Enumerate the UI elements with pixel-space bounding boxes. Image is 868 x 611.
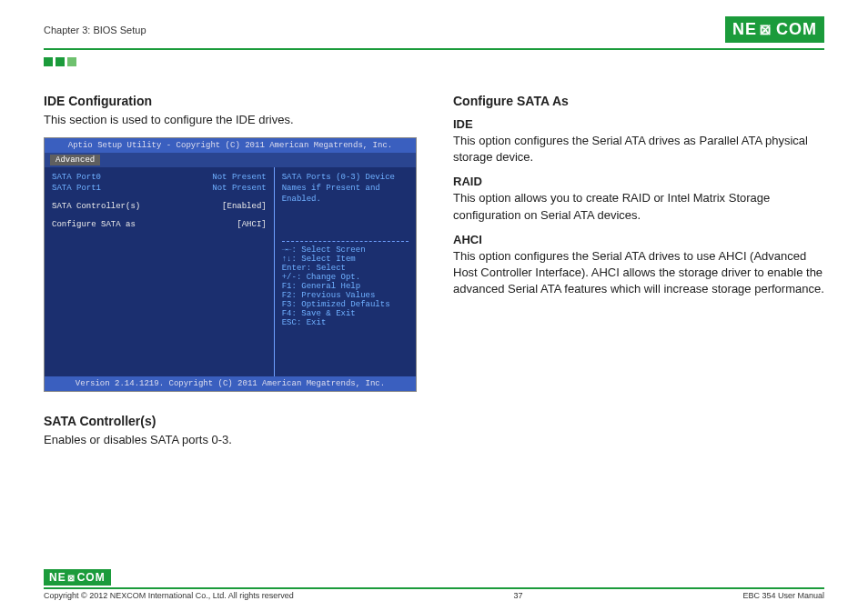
sata-controllers-heading: SATA Controller(s): [44, 414, 417, 428]
raid-subheading: RAID: [453, 175, 824, 188]
bios-tab-advanced: Advanced: [50, 155, 100, 165]
page-header: Chapter 3: BIOS Setup NE⦻COM: [44, 16, 824, 50]
nexcom-logo: NE⦻COM: [725, 16, 824, 43]
sata-controllers-desc: Enables or disables SATA ports 0-3.: [44, 432, 417, 448]
chapter-label: Chapter 3: BIOS Setup: [44, 25, 146, 35]
ide-config-desc: This section is used to configure the ID…: [44, 112, 417, 128]
bios-left-pane: SATA Port0Not Present SATA Port1Not Pres…: [45, 167, 275, 376]
bios-key-help: F2: Previous Values: [282, 291, 409, 300]
bios-footer-bar: Version 2.14.1219. Copyright (C) 2011 Am…: [45, 376, 416, 391]
bios-screenshot: Aptio Setup Utility - Copyright (C) 2011…: [44, 137, 417, 392]
ide-desc: This option configures the Serial ATA dr…: [453, 133, 824, 165]
bios-row: Configure SATA as[AHCI]: [52, 220, 267, 229]
ide-subheading: IDE: [453, 117, 824, 131]
bios-row: SATA Controller(s)[Enabled]: [52, 202, 267, 211]
manual-name: EBC 354 User Manual: [742, 591, 824, 600]
logo-x-icon: ⦻: [758, 20, 775, 39]
raid-desc: This option allows you to create RAID or…: [453, 190, 824, 223]
bios-help-text: SATA Ports (0-3) Device Names if Present…: [282, 173, 409, 205]
bios-key-help: →←: Select Screen: [282, 245, 409, 255]
configure-sata-heading: Configure SATA As: [453, 94, 824, 108]
bios-key-help: ↑↓: Select Item: [282, 255, 409, 264]
copyright-text: Copyright © 2012 NEXCOM International Co…: [44, 591, 294, 600]
bios-right-pane: SATA Ports (0-3) Device Names if Present…: [275, 167, 416, 376]
logo-x-icon: ⦻: [66, 572, 77, 583]
square-icon: [67, 57, 76, 66]
bios-tab-bar: Advanced: [45, 153, 416, 167]
right-column: Configure SATA As IDE This option config…: [453, 94, 824, 457]
bios-key-help: ESC: Exit: [282, 318, 409, 327]
bios-row: SATA Port0Not Present: [52, 173, 267, 182]
bios-key-help: F3: Optimized Defaults: [282, 300, 409, 309]
bios-key-help: F4: Save & Exit: [282, 309, 409, 318]
ahci-desc: This option configures the Serial ATA dr…: [453, 248, 824, 298]
decorative-squares: [44, 57, 824, 66]
bios-key-help: Enter: Select: [282, 264, 409, 273]
left-column: IDE Configuration This section is used t…: [44, 94, 417, 457]
page-footer: NE⦻COM Copyright © 2012 NEXCOM Internati…: [44, 569, 824, 600]
ide-config-heading: IDE Configuration: [44, 94, 417, 108]
bios-row: SATA Port1Not Present: [52, 184, 267, 193]
bios-key-help: F1: General Help: [282, 282, 409, 291]
nexcom-logo-small: NE⦻COM: [44, 569, 111, 586]
bios-title-bar: Aptio Setup Utility - Copyright (C) 2011…: [45, 138, 416, 153]
square-icon: [44, 57, 53, 66]
bios-key-help: +/-: Change Opt.: [282, 273, 409, 282]
square-icon: [56, 57, 65, 66]
ahci-subheading: AHCI: [453, 233, 824, 246]
page-number: 37: [514, 591, 523, 600]
